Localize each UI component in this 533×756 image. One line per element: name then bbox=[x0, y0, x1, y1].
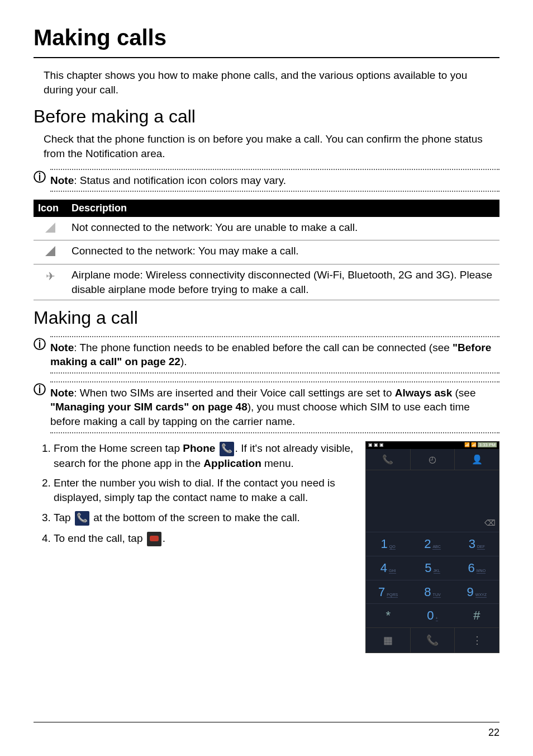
warning-icon: ⓘ bbox=[34, 381, 46, 398]
status-icon-table: Icon Description Not connected to the ne… bbox=[34, 200, 499, 300]
note-crossref: "Managing your SIM cards" on page 48 bbox=[50, 401, 248, 413]
note-prefix: Note bbox=[50, 387, 74, 399]
status-left-icons: ▣ ▣ ▣ bbox=[368, 442, 384, 448]
intro-paragraph: This chapter shows you how to make phone… bbox=[44, 68, 499, 97]
table-cell-desc: Airplane mode: Wireless connectivity dis… bbox=[67, 264, 499, 300]
status-signal-icons: 📶 📶 bbox=[464, 442, 478, 447]
dialpad-key-4[interactable]: 4GHI bbox=[366, 556, 410, 580]
status-time: 3:33 PM bbox=[478, 442, 497, 447]
title-rule bbox=[34, 57, 499, 58]
dialpad-key-*[interactable]: * bbox=[366, 603, 410, 627]
note-text-part: : When two SIMs are inserted and their V… bbox=[74, 387, 395, 399]
warning-icon: ⓘ bbox=[34, 336, 46, 353]
table-cell-desc: Connected to the network: You may make a… bbox=[67, 240, 499, 264]
backspace-icon[interactable]: ⌫ bbox=[484, 518, 496, 528]
dialer-bottom-bar: ▦ 📞 ⋮ bbox=[366, 627, 499, 653]
note-enable-phone: ⓘ Note: The phone function needs to be e… bbox=[34, 336, 499, 374]
warning-icon: ⓘ bbox=[34, 169, 46, 186]
chapter-title: Making calls bbox=[34, 22, 499, 53]
steps-list: From the Home screen tap Phone . If it's… bbox=[54, 441, 354, 546]
tab-contacts[interactable]: 👤 bbox=[455, 449, 499, 470]
table-row: Not connected to the network: You are un… bbox=[34, 217, 499, 240]
airplane-icon: ✈ bbox=[46, 270, 55, 282]
step-4: To end the call, tap . bbox=[54, 531, 354, 546]
dialpad-key-6[interactable]: 6MNO bbox=[455, 556, 499, 580]
dialpad: 1QO2ABC3DEF4GHI5JKL6MNO7PQRS8TUV9WXYZ*0+… bbox=[366, 532, 499, 627]
page-number: 22 bbox=[488, 726, 499, 739]
end-call-icon bbox=[147, 532, 161, 546]
before-paragraph: Check that the phone function is on befo… bbox=[44, 132, 499, 160]
table-row: ✈ Airplane mode: Wireless connectivity d… bbox=[34, 264, 499, 300]
dialpad-key-0[interactable]: 0+ bbox=[410, 603, 454, 627]
grid-icon[interactable]: ▦ bbox=[366, 628, 410, 653]
dialpad-key-3[interactable]: 3DEF bbox=[455, 532, 499, 556]
note-two-sims: ⓘ Note: When two SIMs are inserted and t… bbox=[34, 381, 499, 433]
status-bar: ▣ ▣ ▣ 📶 📶 3:33 PM bbox=[366, 442, 499, 449]
dialer-tabs: 📞 ◴ 👤 bbox=[366, 449, 499, 471]
making-a-call-heading: Making a call bbox=[34, 306, 499, 330]
note-text-part: : The phone function needs to be enabled… bbox=[74, 342, 453, 353]
dialer-screenshot: ▣ ▣ ▣ 📶 📶 3:33 PM 📞 ◴ 👤 ⌫ 1QO2ABC3DEF4GH… bbox=[365, 441, 499, 653]
signal-full-icon bbox=[45, 246, 55, 256]
step-3: Tap at the bottom of the screen to make … bbox=[54, 511, 354, 526]
tab-recent[interactable]: ◴ bbox=[411, 449, 455, 470]
step-1: From the Home screen tap Phone . If it's… bbox=[54, 441, 354, 471]
dialpad-key-1[interactable]: 1QO bbox=[366, 532, 410, 556]
tab-phone[interactable]: 📞 bbox=[366, 449, 410, 470]
dialpad-key-2[interactable]: 2ABC bbox=[410, 532, 454, 556]
signal-empty-icon bbox=[45, 223, 55, 233]
page-footer-rule bbox=[34, 722, 499, 722]
call-button[interactable]: 📞 bbox=[411, 628, 455, 653]
table-header-description: Description bbox=[67, 200, 499, 216]
dialpad-key-7[interactable]: 7PQRS bbox=[366, 580, 410, 604]
number-display: ⌫ bbox=[366, 470, 499, 532]
dialpad-key-8[interactable]: 8TUV bbox=[410, 580, 454, 604]
note-text-part: ). bbox=[180, 356, 187, 367]
call-icon bbox=[75, 511, 89, 526]
note-text-part: (see bbox=[452, 387, 475, 399]
note-text: : Status and notification icon colors ma… bbox=[74, 174, 286, 186]
dialpad-key-#[interactable]: # bbox=[455, 603, 499, 627]
step-2: Enter the number you wish to dial. If th… bbox=[54, 476, 354, 504]
note-bold: Always ask bbox=[395, 387, 452, 399]
phone-app-icon bbox=[220, 442, 234, 456]
table-row: Connected to the network: You may make a… bbox=[34, 240, 499, 264]
dialpad-key-5[interactable]: 5JKL bbox=[410, 556, 454, 580]
dialpad-key-9[interactable]: 9WXYZ bbox=[455, 580, 499, 604]
note-prefix: Note bbox=[50, 342, 74, 353]
overflow-icon[interactable]: ⋮ bbox=[455, 628, 499, 653]
note-prefix: Note bbox=[50, 174, 74, 186]
table-cell-desc: Not connected to the network: You are un… bbox=[67, 217, 499, 240]
note-status-colors: ⓘ Note: Status and notification icon col… bbox=[34, 169, 499, 192]
table-header-icon: Icon bbox=[34, 200, 67, 216]
before-making-a-call-heading: Before making a call bbox=[34, 105, 499, 129]
